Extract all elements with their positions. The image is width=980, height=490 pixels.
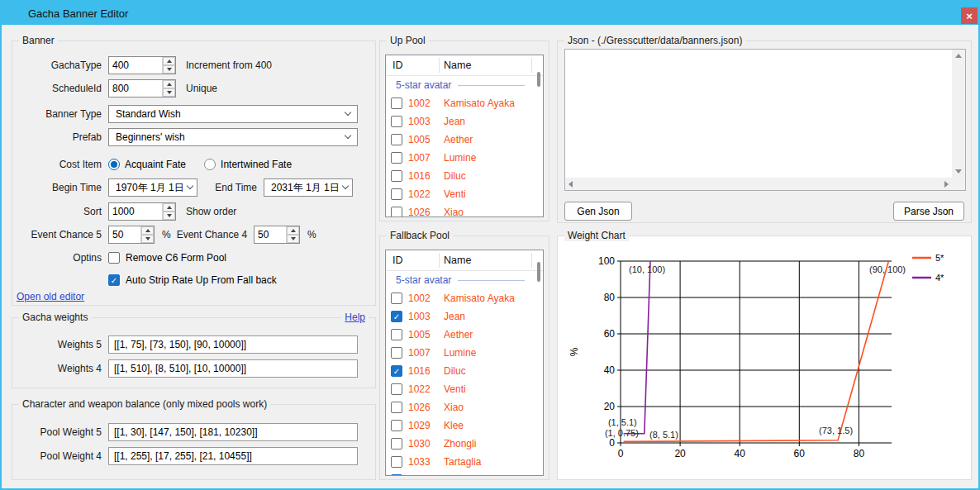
list-item[interactable]: 1003 Jean <box>386 307 543 326</box>
spin-down-button[interactable] <box>163 88 175 97</box>
schedule-id-value[interactable]: 800 <box>109 80 162 97</box>
list-item[interactable]: 1033 Tartaglia <box>386 453 543 471</box>
list-item[interactable]: 1030 Zhongli <box>386 435 543 453</box>
item-id: 1002 <box>408 293 440 304</box>
row-checkbox[interactable] <box>391 311 402 322</box>
spin-up-button[interactable] <box>287 226 299 235</box>
row-checkbox[interactable] <box>391 170 402 182</box>
list-item[interactable]: 1005 Aether <box>386 326 543 344</box>
weight-chart-group: Weight Chart 020406080020406080100%(10, … <box>557 235 972 480</box>
spin-up-button[interactable] <box>141 226 154 235</box>
row-checkbox[interactable] <box>391 474 402 476</box>
list-item[interactable]: 1003 Jean <box>386 112 543 131</box>
list-item[interactable]: 1022 Venti <box>386 380 543 398</box>
pool-weight-4-row: Pool Weight 4 [[1, 255], [17, 255], [21,… <box>16 446 369 466</box>
scroll-left-icon[interactable] <box>568 181 573 188</box>
radio-intertwined-fate-label[interactable]: Intertwined Fate <box>221 159 292 170</box>
spin-down-button[interactable] <box>287 235 299 243</box>
radio-acquaint-fate[interactable] <box>108 159 120 170</box>
row-checkbox[interactable] <box>391 116 402 127</box>
gen-json-label: Gen Json <box>577 206 619 217</box>
list-item[interactable]: 1026 Xiao <box>386 398 543 416</box>
spin-down-button[interactable] <box>163 65 175 74</box>
pool-weight-5-input[interactable]: [[1, 30], [147, 150], [181, 10230]] <box>108 423 358 441</box>
auto-strip-label[interactable]: Auto Strip Rate Up From Fall back <box>126 274 277 286</box>
row-checkbox[interactable] <box>391 402 402 413</box>
scrollbar-thumb[interactable] <box>537 262 540 282</box>
event-chance-5-spinner[interactable]: 50 <box>108 226 155 244</box>
spin-down-button[interactable] <box>163 212 175 220</box>
help-link[interactable]: Help <box>341 312 369 323</box>
horizontal-scrollbar[interactable] <box>565 178 952 190</box>
list-item[interactable]: 1029 Klee <box>386 416 543 435</box>
row-checkbox[interactable] <box>391 329 402 340</box>
scroll-right-icon[interactable] <box>944 181 949 188</box>
gacha-type-value[interactable]: 400 <box>109 57 162 74</box>
schedule-id-spinner[interactable]: 800 <box>108 79 176 98</box>
scrollbar-corner <box>952 178 965 190</box>
list-item[interactable]: 1005 Aether <box>386 131 543 149</box>
spin-up-button[interactable] <box>163 57 175 65</box>
list-item[interactable]: 1007 Lumine <box>386 149 543 167</box>
row-checkbox[interactable] <box>391 188 402 200</box>
gen-json-button[interactable]: Gen Json <box>564 202 632 221</box>
spin-up-button[interactable] <box>163 80 175 88</box>
sort-spinner[interactable]: 1000 <box>108 202 176 221</box>
list-item[interactable]: 1026 Xiao <box>386 203 543 217</box>
row-checkbox[interactable] <box>391 98 402 109</box>
pool-weight-4-input[interactable]: [[1, 255], [17, 255], [21, 10455]] <box>108 447 358 465</box>
scroll-down-icon[interactable] <box>955 169 962 174</box>
row-checkbox[interactable] <box>391 152 402 164</box>
close-icon: × <box>966 10 973 22</box>
parse-json-button[interactable]: Parse Json <box>893 202 964 221</box>
pool-weight-5-value: [[1, 30], [147, 150], [181, 10230]] <box>114 426 257 438</box>
row-checkbox[interactable] <box>391 456 402 468</box>
event-chance-5-value[interactable]: 50 <box>109 226 140 243</box>
row-checkbox[interactable] <box>391 365 402 377</box>
row-checkbox[interactable] <box>391 293 402 304</box>
list-item[interactable]: 1007 Lumine <box>386 344 543 362</box>
spin-down-button[interactable] <box>141 235 154 243</box>
item-id: 1022 <box>408 188 440 200</box>
row-checkbox[interactable] <box>391 347 402 359</box>
remove-c6-checkbox[interactable] <box>108 252 120 264</box>
row-checkbox[interactable] <box>391 383 402 395</box>
cost-item-row: Cost Item Acquaint Fate Intertwined Fate <box>16 155 369 174</box>
scrollbar-thumb[interactable] <box>537 72 540 87</box>
weights-5-input[interactable]: [[1, 75], [73, 150], [90, 10000]] <box>108 335 358 354</box>
list-item[interactable]: 1016 Diluc <box>386 362 543 380</box>
json-textarea[interactable] <box>564 49 966 191</box>
open-old-editor-link[interactable]: Open old editor <box>17 291 84 302</box>
scroll-up-icon[interactable] <box>955 54 962 58</box>
close-button[interactable]: × <box>961 7 978 24</box>
row-checkbox[interactable] <box>391 207 402 217</box>
list-item[interactable]: 1002 Kamisato Ayaka <box>386 94 543 112</box>
row-checkbox[interactable] <box>391 438 402 450</box>
list-item[interactable]: 1016 Diluc <box>386 167 543 185</box>
radio-acquaint-fate-label[interactable]: Acquaint Fate <box>125 159 186 170</box>
event-chance-4-spinner[interactable]: 50 <box>254 226 300 244</box>
begin-time-picker[interactable]: 1970年 1月 1日 <box>108 178 197 197</box>
gacha-type-spinner[interactable]: 400 <box>108 56 176 74</box>
event-chance-4-value[interactable]: 50 <box>255 226 286 243</box>
end-time-picker[interactable]: 2031年 1月 1日 <box>264 178 353 197</box>
list-item[interactable]: 1022 Venti <box>386 185 543 203</box>
list-item[interactable]: 1002 Kamisato Ayaka <box>386 289 543 307</box>
fallback-pool-title: Fallback Pool <box>387 230 453 241</box>
banner-type-dropdown[interactable]: Standard Wish <box>108 105 358 123</box>
row-checkbox[interactable] <box>391 134 402 145</box>
weights-4-input[interactable]: [[1, 510], [8, 510], [10, 10000]] <box>108 359 358 378</box>
prefab-dropdown[interactable]: Beginners' wish <box>108 128 358 146</box>
fallback-pool-list[interactable]: ID Name 5-star avatar 1002 Kamisato <box>385 250 544 476</box>
list-item[interactable]: 1035 Qiqi <box>386 471 543 476</box>
prefab-value: Beginners' wish <box>116 131 185 143</box>
vertical-scrollbar[interactable] <box>952 50 965 178</box>
pool-weight-4-value: [[1, 255], [17, 255], [21, 10455]] <box>114 450 252 462</box>
up-pool-list[interactable]: ID Name 5-star avatar 1002 Kamisato <box>385 55 544 217</box>
spin-up-button[interactable] <box>163 203 175 212</box>
row-checkbox[interactable] <box>391 420 402 431</box>
remove-c6-label[interactable]: Remove C6 Form Pool <box>126 252 226 264</box>
radio-intertwined-fate[interactable] <box>204 159 216 170</box>
auto-strip-checkbox[interactable] <box>108 274 120 286</box>
sort-value[interactable]: 1000 <box>109 203 162 220</box>
